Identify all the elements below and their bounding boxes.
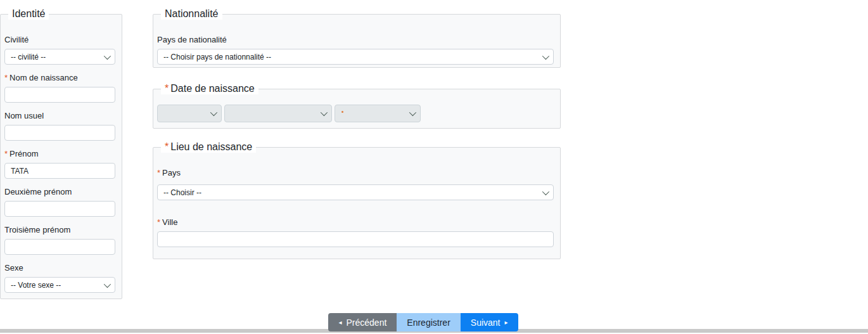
pays-de-nationalite-select[interactable]: -- Choisir pays de nationnalité -- [157, 49, 554, 65]
field-civilite: Civilité -- civilité -- [4, 35, 115, 65]
chevron-down-icon [104, 52, 111, 59]
arrow-left-icon: ◂ [338, 319, 341, 326]
arrow-right-icon: ▸ [505, 319, 508, 326]
previous-button[interactable]: ◂ Précédent [328, 313, 397, 331]
previous-button-label: Précédent [347, 318, 387, 328]
nom-usuel-label: Nom usuel [4, 111, 115, 121]
birth-year-select[interactable] [335, 105, 421, 122]
field-pays: *Pays -- Choisir -- [157, 168, 554, 200]
troisieme-prenom-input[interactable] [4, 239, 115, 255]
right-column: Nationnalité Pays de nationalité -- Choi… [153, 0, 561, 259]
wizard-button-group: ◂ Précédent Enregistrer Suivant ▸ [328, 313, 518, 331]
birth-date-selects [157, 105, 554, 122]
birth-place-legend: *Lieu de naissance [161, 141, 256, 153]
form-columns: Identité Civilité -- civilité -- *Nom de… [0, 0, 868, 299]
field-pays-de-nationalite: Pays de nationalité -- Choisir pays de n… [157, 35, 554, 65]
pays-select-value: -- Choisir -- [163, 188, 201, 197]
required-asterisk: * [157, 168, 160, 177]
pays-label: *Pays [157, 168, 554, 178]
nom-de-naissance-label: *Nom de naissance [4, 73, 115, 83]
troisieme-prenom-label: Troisième prénom [4, 225, 115, 235]
chevron-down-icon [321, 109, 328, 116]
birth-place-fieldset: *Lieu de naissance *Pays -- Choisir -- *… [153, 147, 561, 259]
birth-day-select[interactable] [157, 105, 222, 122]
identity-fieldset: Identité Civilité -- civilité -- *Nom de… [0, 14, 122, 299]
save-button-label: Enregistrer [407, 318, 450, 328]
sexe-label: Sexe [4, 263, 115, 273]
prenom-label: *Prénom [4, 149, 115, 159]
identity-legend: Identité [8, 8, 49, 20]
birth-date-fieldset: *Date de naissance [153, 89, 561, 129]
deuxieme-prenom-input[interactable] [4, 201, 115, 217]
required-asterisk: * [165, 83, 169, 94]
ville-label: *Ville [157, 217, 554, 228]
field-nom-usuel: Nom usuel [4, 111, 115, 141]
civilite-select[interactable]: -- civilité -- [4, 49, 115, 65]
birth-month-select[interactable] [224, 105, 332, 122]
chevron-down-icon [104, 280, 111, 287]
sexe-select[interactable]: -- Votre sexe -- [4, 277, 115, 293]
pays-select[interactable]: -- Choisir -- [157, 184, 554, 200]
chevron-down-icon [542, 188, 549, 195]
pays-de-nationalite-label: Pays de nationalité [157, 35, 554, 45]
civilite-label: Civilité [4, 35, 115, 45]
field-prenom: *Prénom [4, 149, 115, 179]
field-nom-de-naissance: *Nom de naissance [4, 73, 115, 103]
required-asterisk: * [4, 149, 8, 158]
prenom-input[interactable] [4, 163, 115, 179]
nationality-legend: Nationnalité [161, 8, 222, 20]
next-button-label: Suivant [471, 318, 501, 328]
footer-actions: ◂ Précédent Enregistrer Suivant ▸ [0, 313, 868, 331]
required-asterisk: * [4, 73, 8, 82]
ville-input[interactable] [157, 231, 554, 247]
required-asterisk: * [165, 141, 169, 152]
field-troisieme-prenom: Troisième prénom [4, 225, 115, 255]
field-ville: *Ville [157, 217, 554, 247]
nationality-fieldset: Nationnalité Pays de nationalité -- Choi… [153, 14, 561, 68]
civilite-select-value: -- civilité -- [11, 53, 46, 61]
next-button[interactable]: Suivant ▸ [461, 313, 518, 331]
nom-usuel-input[interactable] [4, 125, 115, 141]
chevron-down-icon [409, 109, 416, 116]
birth-date-legend: *Date de naissance [161, 82, 258, 94]
chevron-down-icon [542, 52, 549, 59]
required-asterisk: * [157, 217, 160, 227]
pays-de-nationalite-select-value: -- Choisir pays de nationnalité -- [163, 53, 271, 61]
chevron-down-icon [210, 109, 217, 116]
field-deuxieme-prenom: Deuxième prénom [4, 187, 115, 217]
orange-dot [341, 111, 343, 113]
sexe-select-value: -- Votre sexe -- [11, 281, 61, 290]
save-button[interactable]: Enregistrer [397, 313, 460, 331]
nom-de-naissance-input[interactable] [4, 87, 115, 103]
deuxieme-prenom-label: Deuxième prénom [4, 187, 115, 197]
field-sexe: Sexe -- Votre sexe -- [4, 263, 115, 293]
